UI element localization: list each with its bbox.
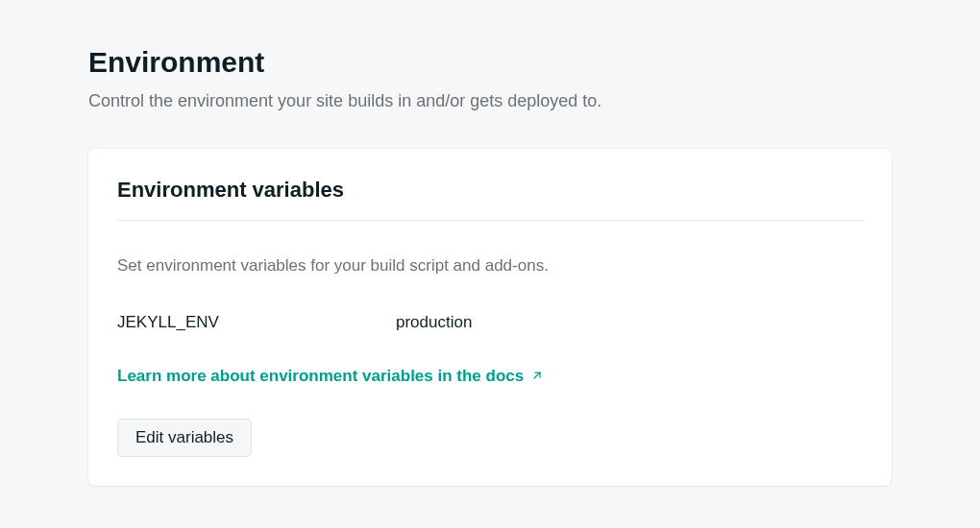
settings-container: Environment Control the environment your… <box>0 0 980 486</box>
card-description: Set environment variables for your build… <box>117 253 863 278</box>
docs-link-label: Learn more about environment variables i… <box>117 367 524 386</box>
svg-line-0 <box>534 372 540 378</box>
page-subtitle: Control the environment your site builds… <box>88 88 892 114</box>
env-row: JEKYLL_ENV production <box>117 313 863 332</box>
env-variables-card: Environment variables Set environment va… <box>88 149 892 486</box>
docs-link[interactable]: Learn more about environment variables i… <box>117 367 543 386</box>
page-title: Environment <box>88 46 892 79</box>
card-title: Environment variables <box>117 178 863 221</box>
external-link-icon <box>531 367 543 386</box>
env-var-value: production <box>396 313 472 332</box>
edit-variables-button[interactable]: Edit variables <box>117 419 252 457</box>
env-var-key: JEKYLL_ENV <box>117 313 396 332</box>
